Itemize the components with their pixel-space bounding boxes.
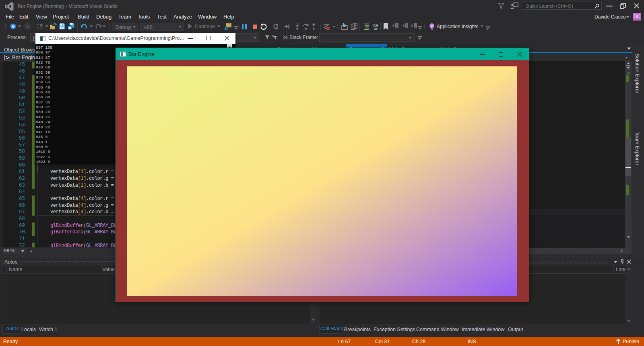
svg-text:?: ? xyxy=(372,23,375,28)
